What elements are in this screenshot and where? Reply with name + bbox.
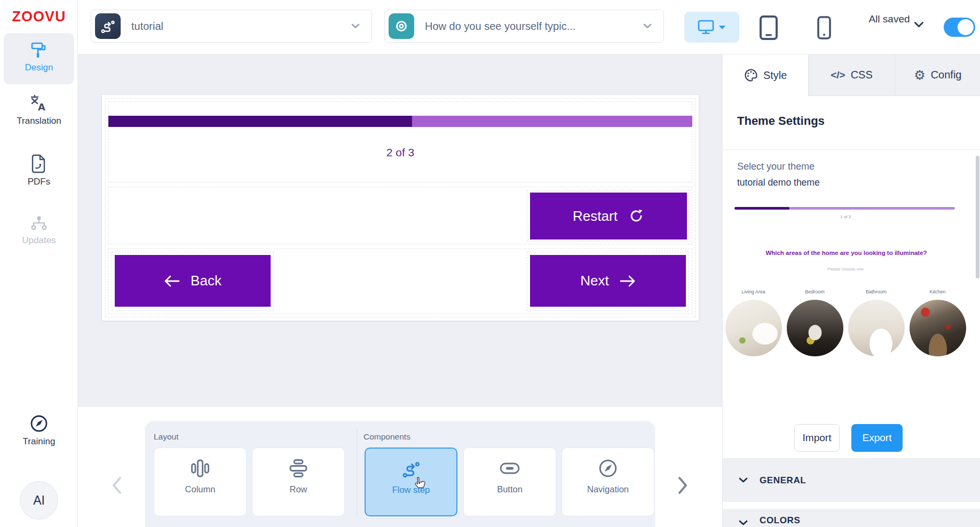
- accordion-general[interactable]: GENERAL: [723, 459, 980, 502]
- chevron-down-icon: [351, 23, 360, 29]
- progress-bar: [108, 116, 692, 127]
- component-card-label: Navigation: [562, 484, 654, 494]
- sidebar-item-label: Translation: [0, 116, 78, 126]
- preview-toggle[interactable]: [944, 18, 975, 37]
- export-button[interactable]: Export: [851, 424, 903, 452]
- component-card-label: Row: [252, 484, 344, 494]
- column-icon: [154, 458, 246, 481]
- sidebar-item-translation[interactable]: A Translation: [0, 94, 78, 126]
- chevron-down-icon: [739, 477, 748, 483]
- theme-preview-progress-fill: [734, 207, 789, 210]
- tab-label: Config: [931, 69, 962, 81]
- sidebar-item-label: PDFs: [0, 177, 78, 187]
- sidebar-item-label: Design: [0, 62, 78, 73]
- row-icon: [252, 458, 344, 481]
- theme-preview-step-label: 1 of 3: [723, 214, 968, 219]
- flow-step-section[interactable]: [108, 101, 692, 182]
- flow-icon: [95, 13, 121, 39]
- tab-config[interactable]: ⚙ Config: [895, 54, 980, 96]
- component-card-button[interactable]: Button: [463, 448, 556, 516]
- arrow-left-icon: [164, 275, 180, 288]
- design-canvas: 2 of 3 Restart: [78, 54, 722, 527]
- accordion-colors[interactable]: COLORS: [723, 509, 980, 527]
- carousel-prev-icon[interactable]: [111, 476, 123, 495]
- theme-option-bathroom: Bathroom: [845, 286, 907, 356]
- component-card-navigation[interactable]: Navigation: [562, 448, 654, 516]
- component-card-column[interactable]: Column: [154, 448, 247, 516]
- arrow-right-icon: [620, 275, 636, 288]
- device-tablet-button[interactable]: [760, 15, 778, 40]
- theme-preview-hint: Please choose one: [723, 267, 968, 272]
- theme-preview-progress-bar: [734, 207, 955, 210]
- theme-option-living-area: Living Area: [723, 286, 784, 356]
- flow-select[interactable]: tutorial: [91, 10, 372, 43]
- svg-text:A: A: [38, 101, 45, 113]
- compass-icon: [562, 458, 654, 481]
- option-label: Bedroom: [805, 289, 825, 294]
- group-title-components: Components: [363, 432, 410, 442]
- carousel-next-icon[interactable]: [677, 476, 689, 495]
- compass-icon: [0, 413, 78, 434]
- device-desktop-button[interactable]: [684, 12, 739, 43]
- toggle-knob: [958, 19, 974, 35]
- sidebar: ZOOVU Design A Translation: [0, 0, 78, 527]
- next-button[interactable]: Next: [530, 255, 686, 307]
- sidebar-item-pdfs[interactable]: PDFs: [0, 154, 78, 187]
- gear-icon: ⚙: [914, 68, 926, 83]
- button-icon: [464, 458, 556, 481]
- component-card-flow-step[interactable]: Flow step: [365, 448, 457, 516]
- theme-option-bedroom: Bedroom: [784, 286, 845, 356]
- progress-bar-fill: [108, 116, 412, 127]
- scrollbar-thumb[interactable]: [976, 156, 979, 278]
- kitchen-photo: [910, 300, 966, 356]
- panel-tabs: Style </> CSS ⚙ Config: [723, 54, 980, 96]
- app-window: ZOOVU Design A Translation: [0, 0, 980, 527]
- option-label: Living Area: [741, 289, 765, 294]
- option-label: Kitchen: [929, 289, 945, 294]
- step-select[interactable]: How do you see yourself typic...: [384, 10, 664, 43]
- design-card[interactable]: 2 of 3 Restart: [102, 95, 699, 321]
- restart-button-label: Restart: [573, 208, 618, 225]
- back-button[interactable]: Back: [115, 255, 271, 307]
- panel-heading: Theme Settings: [737, 114, 825, 128]
- component-card-label: Button: [464, 484, 556, 494]
- sidebar-item-training[interactable]: Training: [0, 413, 78, 447]
- component-card-label: Column: [154, 484, 246, 494]
- restart-button[interactable]: Restart: [530, 193, 687, 239]
- import-button[interactable]: Import: [794, 424, 840, 452]
- tab-style[interactable]: Style: [723, 54, 808, 96]
- living-area-photo: [725, 300, 782, 356]
- divider: [723, 149, 980, 150]
- select-theme-label: Select your theme: [737, 161, 815, 172]
- translate-icon: A: [0, 94, 78, 113]
- refresh-icon: [628, 208, 644, 224]
- user-avatar[interactable]: AI: [20, 481, 58, 520]
- component-card-row[interactable]: Row: [252, 448, 345, 516]
- component-toolbar: Layout Components Column: [145, 421, 655, 527]
- flow-select-value: tutorial: [131, 20, 351, 33]
- target-icon: [389, 13, 414, 39]
- triangle-down-icon: [718, 25, 726, 30]
- paint-roller-icon: [0, 41, 78, 60]
- code-icon: </>: [831, 69, 845, 81]
- pdf-file-icon: [0, 154, 78, 174]
- sidebar-item-design[interactable]: Design: [0, 41, 78, 73]
- theme-name[interactable]: tutorial demo theme: [737, 177, 820, 188]
- group-title-layout: Layout: [154, 432, 179, 442]
- save-status: All saved: [867, 13, 912, 26]
- accordion-label: GENERAL: [760, 475, 806, 486]
- tab-css[interactable]: </> CSS: [808, 54, 894, 96]
- device-mobile-button[interactable]: [817, 16, 831, 39]
- chevron-down-icon: [643, 23, 652, 29]
- chevron-down-icon[interactable]: [914, 21, 924, 28]
- desktop-icon: [698, 20, 714, 35]
- topbar: tutorial How do you see yourself typic..…: [78, 0, 980, 54]
- bathroom-photo: [848, 300, 905, 356]
- step-select-value: How do you see yourself typic...: [425, 20, 643, 33]
- palette-icon: [744, 68, 758, 82]
- accordion-label: COLORS: [760, 515, 800, 526]
- theme-preview-question: Which areas of the home are you looking …: [728, 250, 965, 256]
- tab-label: CSS: [851, 69, 873, 81]
- chevron-down-icon: [739, 520, 748, 526]
- next-button-label: Next: [580, 273, 608, 289]
